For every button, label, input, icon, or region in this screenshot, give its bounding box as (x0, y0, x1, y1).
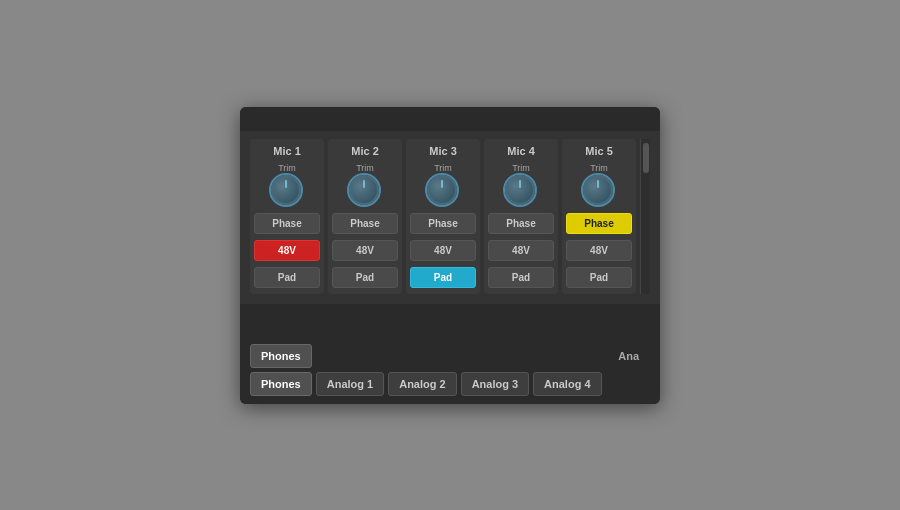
pad-btn-4[interactable]: Pad (488, 267, 554, 288)
output-tab-analog-1[interactable]: Analog 1 (316, 372, 384, 396)
48v-btn-4[interactable]: 48V (488, 240, 554, 261)
trim-knob-2[interactable] (349, 175, 381, 207)
scrollbar-thumb (643, 143, 649, 173)
pad-btn-5[interactable]: Pad (566, 267, 632, 288)
mic-label-3: Mic 3 (429, 145, 457, 157)
trim-knob-1[interactable] (271, 175, 303, 207)
48v-btn-2[interactable]: 48V (332, 240, 398, 261)
trim-label-4: Trim (512, 163, 530, 173)
trim-label-5: Trim (590, 163, 608, 173)
pad-btn-3[interactable]: Pad (410, 267, 476, 288)
mic-label-5: Mic 5 (585, 145, 613, 157)
output-tab-phones-header[interactable]: Phones (250, 344, 312, 368)
mic-col-5: Mic 5 Trim Phase 48V Pad (562, 139, 636, 294)
48v-btn-3[interactable]: 48V (410, 240, 476, 261)
phase-btn-1[interactable]: Phase (254, 213, 320, 234)
pad-btn-2[interactable]: Pad (332, 267, 398, 288)
phase-btn-4[interactable]: Phase (488, 213, 554, 234)
output-analog-label: Ana (316, 344, 650, 368)
output-settings-header (240, 310, 660, 334)
phase-btn-2[interactable]: Phase (332, 213, 398, 234)
48v-btn-1[interactable]: 48V (254, 240, 320, 261)
output-tab-analog-2[interactable]: Analog 2 (388, 372, 456, 396)
pad-btn-1[interactable]: Pad (254, 267, 320, 288)
trim-knob-5[interactable] (583, 175, 615, 207)
mic-label-2: Mic 2 (351, 145, 379, 157)
mic-col-1: Mic 1 Trim Phase 48V Pad (250, 139, 324, 294)
input-section: Mic 1 Trim Phase 48V Pad Mic 2 Trim Phas… (240, 131, 660, 304)
output-tabs-row1: Phones Ana (250, 344, 650, 368)
trim-label-3: Trim (434, 163, 452, 173)
output-tab-phones[interactable]: Phones (250, 372, 312, 396)
48v-btn-5[interactable]: 48V (566, 240, 632, 261)
trim-knob-4[interactable] (505, 175, 537, 207)
output-tab-analog-3[interactable]: Analog 3 (461, 372, 529, 396)
mic-col-3: Mic 3 Trim Phase 48V Pad (406, 139, 480, 294)
mic-label-4: Mic 4 (507, 145, 535, 157)
mic-columns: Mic 1 Trim Phase 48V Pad Mic 2 Trim Phas… (250, 139, 636, 294)
trim-label-2: Trim (356, 163, 374, 173)
output-tabs-row2: PhonesAnalog 1Analog 2Analog 3Analog 4 (250, 372, 650, 396)
trim-label-1: Trim (278, 163, 296, 173)
phase-btn-5[interactable]: Phase (566, 213, 632, 234)
mic-col-4: Mic 4 Trim Phase 48V Pad (484, 139, 558, 294)
output-tab-analog-4[interactable]: Analog 4 (533, 372, 601, 396)
mic-label-1: Mic 1 (273, 145, 301, 157)
main-panel: Mic 1 Trim Phase 48V Pad Mic 2 Trim Phas… (240, 107, 660, 404)
input-settings-header (240, 107, 660, 131)
mic-col-2: Mic 2 Trim Phase 48V Pad (328, 139, 402, 294)
scrollbar[interactable] (640, 139, 650, 294)
phase-btn-3[interactable]: Phase (410, 213, 476, 234)
trim-knob-3[interactable] (427, 175, 459, 207)
output-section: Phones Ana PhonesAnalog 1Analog 2Analog … (240, 334, 660, 404)
